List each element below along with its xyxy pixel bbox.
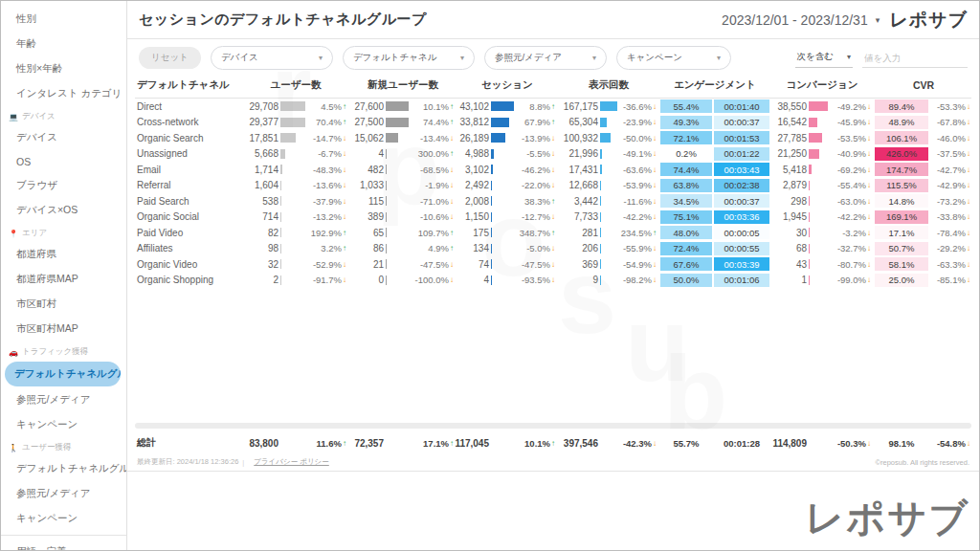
- column-header-new-users[interactable]: 新規ユーザー数: [349, 78, 457, 92]
- metric-bar: [280, 149, 305, 159]
- engagement-time-cell: 00:00:37: [713, 115, 770, 130]
- metric-bar-fill: [386, 181, 387, 190]
- metric-number: 30: [796, 228, 807, 238]
- sidebar-item[interactable]: デフォルトチャネルグループ: [1, 456, 126, 481]
- table-row: Cross-network29,37770.4%↑27,50074.4%↑33,…: [135, 115, 971, 131]
- column-header-engagement[interactable]: エンゲージメント: [659, 78, 770, 92]
- chevron-down-icon: ▾: [460, 54, 464, 62]
- arrow-up-icon: ↑: [450, 118, 454, 126]
- sidebar-item[interactable]: 性別×年齢: [1, 56, 126, 81]
- arrow-up-icon: ↑: [343, 102, 346, 111]
- arrow-down-icon: ↓: [551, 260, 555, 269]
- metric-bar: [809, 101, 828, 111]
- column-header-sessions[interactable]: セッション: [457, 78, 558, 92]
- sidebar-item[interactable]: ブラウザ: [1, 173, 126, 198]
- metric-number: 29,708: [249, 101, 278, 112]
- change-percent: -48.3%: [313, 165, 342, 175]
- sessions-value: 4: [457, 275, 514, 285]
- metric-bar: [280, 133, 305, 143]
- arrow-down-icon: ↓: [653, 149, 657, 158]
- arrow-down-icon: ↓: [967, 165, 970, 174]
- section-label: トラフィック獲得: [22, 346, 88, 358]
- table-row: Organic Social714-13.2%↓389-10.6%↓1,150-…: [135, 209, 971, 226]
- metric-bar: [386, 196, 409, 206]
- section-label: ユーザー獲得: [22, 442, 71, 453]
- metric-bar: [280, 212, 305, 222]
- new_users-value: 389: [349, 211, 409, 222]
- metric-bar: [386, 244, 409, 253]
- sidebar-item[interactable]: デバイス: [1, 125, 126, 150]
- metric-number: 100,932: [564, 133, 598, 143]
- cvr-change: -53.3%↓: [929, 101, 973, 112]
- sidebar-item[interactable]: インタレスト カテゴリ: [1, 81, 126, 106]
- filter-dropdown-label: キャンペーン: [627, 52, 682, 64]
- sidebar-item[interactable]: 市区町村: [1, 292, 126, 317]
- table-empty-space: [135, 288, 971, 423]
- metric-bar-fill: [491, 276, 492, 285]
- filter-value-input[interactable]: [862, 49, 968, 68]
- filter-dropdown[interactable]: デフォルトチャネル▾: [343, 46, 475, 70]
- sidebar-item[interactable]: 都道府県MAP: [1, 267, 126, 292]
- privacy-policy-link[interactable]: プライバシー ポリシー: [254, 457, 329, 467]
- conv-change: -63.0%↓: [828, 196, 874, 207]
- change-percent: -53.3%: [937, 101, 966, 112]
- sidebar-item[interactable]: デフォルトチャネルグループ: [5, 362, 121, 386]
- metric-bar: [809, 438, 828, 448]
- sidebar-item[interactable]: 都道府県: [1, 242, 126, 267]
- column-header-channel[interactable]: デフォルトチャネル: [135, 78, 242, 92]
- users-value: 2: [242, 275, 305, 285]
- sidebar-item[interactable]: 参照元/メディア: [1, 387, 126, 412]
- sidebar-item[interactable]: キャンペーン: [1, 412, 126, 437]
- condition-dropdown[interactable]: 次を含む ▾: [795, 47, 853, 68]
- arrow-down-icon: ↓: [343, 276, 346, 284]
- sidebar-item[interactable]: OS: [1, 150, 126, 173]
- metric-bar-fill: [491, 149, 494, 159]
- metric-number: 26,189: [459, 133, 489, 143]
- column-header-conversions[interactable]: コンバージョン: [770, 78, 874, 92]
- column-header-cvr[interactable]: CVR: [874, 79, 973, 91]
- column-header-views[interactable]: 表示回数: [558, 78, 659, 92]
- users-value: 17,851: [242, 133, 305, 143]
- sidebar-item[interactable]: 年齢: [1, 32, 126, 56]
- sidebar-item[interactable]: デバイス×OS: [1, 198, 126, 223]
- metric-bar-fill: [600, 181, 601, 190]
- change-percent: 10.1%: [524, 438, 550, 449]
- reset-button[interactable]: リセット: [139, 47, 201, 69]
- users-change: -48.3%↓: [305, 165, 349, 175]
- change-percent: -42.2%: [623, 211, 652, 222]
- conv-value: 1,945: [770, 211, 828, 222]
- users-change: 192.9%↑: [305, 228, 349, 238]
- filter-dropdown[interactable]: デバイス▾: [211, 46, 333, 70]
- filter-dropdown[interactable]: キャンペーン▾: [616, 46, 731, 70]
- metric-bar: [491, 133, 514, 143]
- arrow-down-icon: ↓: [653, 181, 657, 189]
- conv-value: 114,809: [770, 438, 828, 449]
- date-range-picker[interactable]: 2023/12/01 - 2023/12/31 ▾: [722, 12, 880, 28]
- sidebar-item[interactable]: 用語・定義: [1, 540, 126, 550]
- arrow-up-icon: ↑: [343, 118, 346, 126]
- change-percent: -78.4%: [937, 228, 966, 238]
- metric-bar: [809, 276, 828, 285]
- metric-number: 1: [801, 275, 807, 285]
- new_users-value: 1,033: [349, 180, 409, 190]
- sidebar-section-header: 💻デバイス: [1, 106, 126, 125]
- cvr-cell: 17.1%: [874, 225, 929, 240]
- arrow-up-icon: ↑: [450, 229, 454, 237]
- metric-bar-fill: [386, 149, 387, 159]
- metric-number: 17,431: [568, 165, 598, 175]
- sessions-value: 33,812: [457, 117, 514, 127]
- sidebar-item[interactable]: 市区町村MAP: [1, 317, 126, 342]
- sidebar-item[interactable]: 参照元/メディア: [1, 481, 126, 506]
- sidebar-item[interactable]: キャンペーン: [1, 506, 126, 531]
- change-percent: -85.1%: [937, 275, 966, 285]
- change-percent: -32.7%: [837, 243, 866, 253]
- conv-value: 21,250: [770, 148, 828, 159]
- horizontal-scrollbar[interactable]: [135, 423, 971, 429]
- chevron-down-icon: ▾: [717, 54, 721, 62]
- change-percent: -49.1%: [623, 148, 652, 159]
- metric-bar: [809, 228, 828, 237]
- column-header-users[interactable]: ユーザー数: [242, 78, 349, 92]
- sidebar-item[interactable]: 性別: [1, 7, 126, 32]
- filter-dropdown[interactable]: 参照元/メディア▾: [484, 46, 607, 70]
- new_users-value: 27,500: [349, 117, 409, 127]
